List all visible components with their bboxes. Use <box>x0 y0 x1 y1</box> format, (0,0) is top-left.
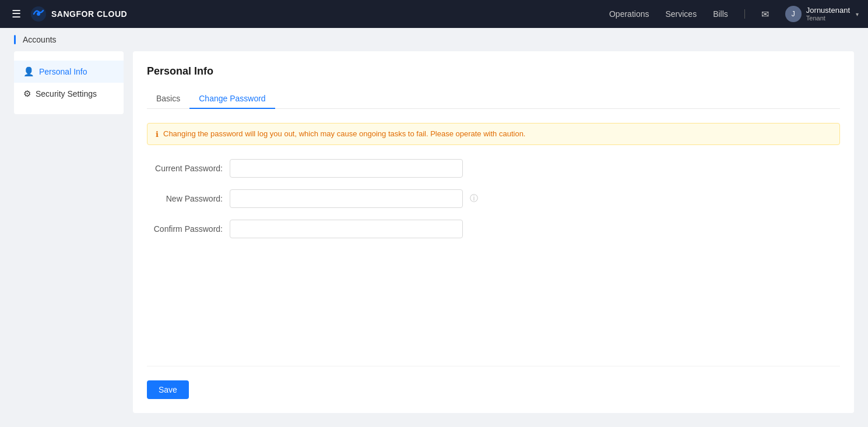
save-button[interactable]: Save <box>147 380 189 399</box>
sidebar-item-personal-info[interactable]: 👤 Personal Info <box>14 61 124 83</box>
chevron-down-icon: ▾ <box>856 11 859 17</box>
logo-text: SANGFOR CLOUD <box>51 9 127 19</box>
warning-banner: ℹ Changing the password will log you out… <box>147 123 840 145</box>
sidebar-label-personal-info: Personal Info <box>39 67 87 76</box>
confirm-password-input[interactable] <box>230 220 463 238</box>
nav-divider <box>744 9 745 19</box>
nav-operations[interactable]: Operations <box>609 9 649 19</box>
header-left: ☰ SANGFOR CLOUD <box>9 5 127 23</box>
confirm-password-row: Confirm Password: <box>147 220 840 238</box>
user-section[interactable]: J Jornustenant Tenant ▾ <box>785 6 859 23</box>
sidebar-label-security-settings: Security Settings <box>36 89 97 98</box>
form-footer: Save <box>147 366 840 399</box>
password-form: Current Password: New Password: ⓘ Confir… <box>147 159 840 343</box>
new-password-input[interactable] <box>230 189 463 208</box>
gear-icon: ⚙ <box>23 89 31 99</box>
avatar: J <box>785 6 802 22</box>
sidebar-item-security-settings[interactable]: ⚙ Security Settings <box>14 83 124 105</box>
current-password-label: Current Password: <box>147 164 223 173</box>
new-password-label: New Password: <box>147 194 223 203</box>
svg-point-1 <box>37 12 40 16</box>
person-icon: 👤 <box>23 66 34 77</box>
new-password-row: New Password: ⓘ <box>147 189 840 208</box>
tabs: Basics Change Password <box>147 89 840 109</box>
page-wrapper: Accounts 👤 Personal Info ⚙ Security Sett… <box>0 28 868 427</box>
user-name: Jornustenant <box>806 6 850 15</box>
warning-text: Changing the password will log you out, … <box>163 129 525 138</box>
sidebar: 👤 Personal Info ⚙ Security Settings <box>14 51 124 114</box>
nav-bills[interactable]: Bills <box>713 9 728 19</box>
logo-icon <box>30 6 47 22</box>
user-role: Tenant <box>806 15 850 22</box>
current-password-input[interactable] <box>230 159 463 178</box>
page-title: Personal Info <box>147 65 840 77</box>
tab-change-password[interactable]: Change Password <box>189 89 275 109</box>
breadcrumb-text: Accounts <box>23 35 57 44</box>
breadcrumb-accent <box>14 35 16 44</box>
current-password-row: Current Password: <box>147 159 840 178</box>
logo: SANGFOR CLOUD <box>30 6 127 22</box>
confirm-password-label: Confirm Password: <box>147 224 223 234</box>
menu-icon[interactable]: ☰ <box>9 5 23 23</box>
nav-services[interactable]: Services <box>665 9 697 19</box>
tab-basics[interactable]: Basics <box>147 89 189 109</box>
app-header: ☰ SANGFOR CLOUD Operations Services Bill… <box>0 0 868 28</box>
content-area: 👤 Personal Info ⚙ Security Settings Pers… <box>0 51 868 427</box>
mail-icon[interactable]: ✉ <box>761 9 769 20</box>
user-info: Jornustenant Tenant <box>806 6 850 23</box>
header-nav: Operations Services Bills ✉ J Jornustena… <box>609 6 859 23</box>
info-icon[interactable]: ⓘ <box>470 193 478 204</box>
main-content: Personal Info Basics Change Password ℹ C… <box>133 51 854 413</box>
warning-icon: ℹ <box>156 130 159 139</box>
breadcrumb: Accounts <box>0 28 868 51</box>
